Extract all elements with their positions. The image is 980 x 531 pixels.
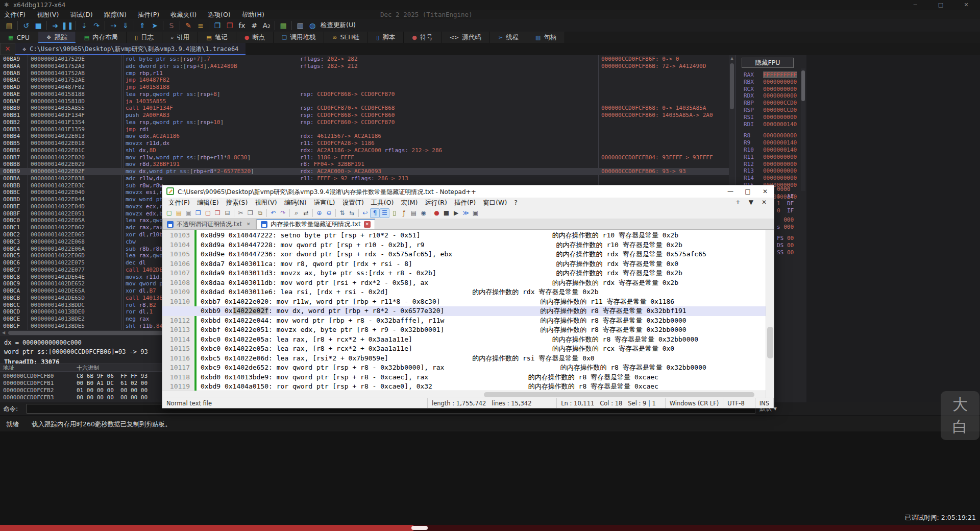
doc-map-icon[interactable]: ▯ bbox=[389, 208, 399, 218]
copy-icon[interactable]: ❐ bbox=[246, 208, 255, 218]
editor-line-10118[interactable]: 0xbd0 0x14013bde9: mov qword ptr [rsp + … bbox=[162, 373, 766, 382]
restart-icon[interactable]: ↺ bbox=[20, 20, 32, 31]
label-red-icon[interactable]: ❐ bbox=[224, 20, 236, 31]
zoom-out-icon[interactable]: ⊖ bbox=[324, 208, 334, 218]
menu-文件(F)[interactable]: 文件(F) bbox=[4, 10, 26, 19]
editor-line-10115[interactable]: 0xbc0 0x14022e05a: lea rax, [r8 + rcx*2 … bbox=[162, 344, 766, 354]
register-R14[interactable]: R140000000000 bbox=[744, 175, 797, 181]
editor-line-10119[interactable]: 0xbd9 0x1404a0150: ror qword ptr [rsp + … bbox=[162, 382, 766, 391]
register-R10[interactable]: R100000000140 bbox=[744, 147, 797, 153]
trace-row-00BAF[interactable]: 00BAF000000014015818Dja 14035A855 bbox=[0, 98, 735, 105]
npp-menu-extra-2[interactable]: ✕ bbox=[762, 198, 767, 207]
editor-line-10105[interactable]: 0x8d9e 0x140447236: xor dword ptr [rsp +… bbox=[162, 250, 766, 259]
npp-menu-?[interactable]: ? bbox=[514, 198, 518, 207]
tab-CPU[interactable]: ▦CPU bbox=[0, 32, 38, 43]
npp-tab-close-icon[interactable]: ✕ bbox=[245, 221, 252, 228]
npp-menu-extra-1[interactable]: ▼ bbox=[749, 198, 753, 207]
pause-icon[interactable]: ❚❚ bbox=[61, 20, 74, 31]
sync-h-icon[interactable]: ⇆ bbox=[347, 208, 357, 218]
cut-icon[interactable]: ✂ bbox=[236, 208, 246, 218]
find-icon[interactable]: ⌕ bbox=[291, 208, 301, 218]
editor-line-10104[interactable]: 0x8d9a 0x140447228: mov qword ptr [rsp +… bbox=[162, 240, 766, 250]
trace-row-00BB8[interactable]: 00BB8000000014022E029mov r8d,32BBF191 bbox=[0, 161, 735, 168]
registers-scrollbar[interactable] bbox=[801, 68, 805, 191]
register-R8[interactable]: R80000000000 bbox=[744, 132, 797, 139]
npp-menu-编码(N)[interactable]: 编码(N) bbox=[284, 198, 307, 207]
save-icon[interactable]: ▣ bbox=[184, 208, 193, 218]
zoom-in-icon[interactable]: ⊕ bbox=[314, 208, 324, 218]
register-RSI[interactable]: RSI0000000000 bbox=[744, 114, 797, 120]
animate-icon[interactable]: S bbox=[165, 20, 178, 31]
indent-guide-icon[interactable]: ☰ bbox=[380, 208, 389, 218]
npp-menu-搜索(S)[interactable]: 搜索(S) bbox=[226, 198, 248, 207]
stop-icon[interactable]: ■ bbox=[32, 20, 44, 31]
doc-switcher-icon[interactable]: ▤ bbox=[409, 208, 419, 218]
tab-线程[interactable]: ➢线程 bbox=[490, 32, 527, 43]
hide-fpu-button[interactable]: 隐藏FPU bbox=[742, 58, 794, 68]
function-list-icon[interactable]: ƒ bbox=[399, 208, 409, 218]
tab-引用[interactable]: ⌕引用 bbox=[162, 32, 198, 43]
tab-跟踪[interactable]: ❖跟踪 bbox=[38, 32, 76, 43]
update-globe-icon[interactable]: ◍ bbox=[306, 20, 318, 31]
trace-row-00BB3[interactable]: 00BB300000001401F1359jmp rdi bbox=[0, 126, 735, 133]
new-file-icon[interactable]: ▢ bbox=[164, 208, 174, 218]
macro-multi-run-icon[interactable]: ≫ bbox=[461, 208, 471, 218]
npp-menu-extra-0[interactable]: + bbox=[736, 198, 741, 207]
register-R9[interactable]: R90000000140 bbox=[744, 139, 797, 146]
step-over-icon[interactable]: ↷ bbox=[90, 20, 103, 31]
step-into-icon[interactable]: ⇣ bbox=[78, 20, 90, 31]
npp-menu-视图(V)[interactable]: 视图(V) bbox=[255, 198, 277, 207]
step-out-icon[interactable]: ⇑ bbox=[136, 20, 149, 31]
menu-跟踪(N)[interactable]: 跟踪(N) bbox=[104, 10, 127, 19]
menu-视图(V)[interactable]: 视图(V) bbox=[37, 10, 59, 19]
editor-line-10111[interactable]: 0xbb9 0x14022e02f: mov dx, word ptr [rbp… bbox=[162, 306, 766, 316]
editor-line-10103[interactable]: 0x8d99 0x140447222: setno byte ptr [rsp … bbox=[162, 231, 766, 240]
npp-tab-不透明谓词证明情况.txt[interactable]: 不透明谓词证明情况.txt✕ bbox=[162, 219, 256, 229]
npp-tab-内存操作数常量隐藏证明情况.txt[interactable]: 内存操作数常量隐藏证明情况.txt✕ bbox=[256, 219, 375, 229]
close-icon[interactable]: ▢ bbox=[203, 208, 213, 218]
menu-调试(D)[interactable]: 调试(D) bbox=[70, 10, 92, 19]
statusbar-encoding[interactable]: UTF-8 bbox=[723, 398, 755, 408]
open-icon[interactable]: ▤ bbox=[3, 20, 15, 31]
close-all-icon[interactable]: ❒ bbox=[213, 208, 223, 218]
trace-close-button[interactable]: ✕ bbox=[0, 43, 15, 55]
npp-menu-工具(O)[interactable]: 工具(O) bbox=[371, 198, 394, 207]
npp-menu-文件(F)[interactable]: 文件(F) bbox=[168, 198, 190, 207]
statusbar-eol-format[interactable]: Windows (CR LF) bbox=[666, 398, 724, 408]
tab-SEH链[interactable]: ∞SEH链 bbox=[324, 32, 368, 43]
tab-日志[interactable]: ▯日志 bbox=[127, 32, 162, 43]
menu-收藏夹(I)[interactable]: 收藏夹(I) bbox=[170, 10, 197, 19]
save-all-icon[interactable]: ❒ bbox=[193, 208, 203, 218]
label-blue-icon[interactable]: ❐ bbox=[211, 20, 224, 31]
editor-line-10112[interactable]: 0xbbd 0x14022e044: mov word ptr [rbp + r… bbox=[162, 316, 766, 326]
npp-menu-插件(P)[interactable]: 插件(P) bbox=[454, 198, 476, 207]
register-RDX[interactable]: RDX0000000000 bbox=[744, 92, 797, 99]
editor-line-10113[interactable]: 0xbbf 0x14022e051: movzx edx, byte ptr [… bbox=[162, 325, 766, 335]
function-icon[interactable]: fx bbox=[236, 20, 248, 31]
video-progress-handle[interactable] bbox=[411, 526, 428, 530]
register-RBX[interactable]: RBX0000000000 bbox=[744, 79, 797, 85]
maximize-button[interactable]: □ bbox=[929, 0, 952, 10]
menu-选项(O)[interactable]: 选项(O) bbox=[208, 10, 231, 19]
macro-play-icon[interactable]: ▶ bbox=[451, 208, 461, 218]
editor-line-10106[interactable]: 0x8da7 0x1403011ca: mov r8, qword ptr [r… bbox=[162, 259, 766, 269]
tab-符号[interactable]: ●符号 bbox=[404, 32, 442, 43]
register-R12[interactable]: R120000000000 bbox=[744, 161, 797, 167]
skip-icon[interactable]: ⇓ bbox=[119, 20, 132, 31]
video-progress-bar[interactable] bbox=[0, 525, 980, 531]
npp-menu-语言(L)[interactable]: 语言(L) bbox=[314, 198, 335, 207]
tab-源代码[interactable]: <>源代码 bbox=[442, 32, 490, 43]
minimize-button[interactable]: ─ bbox=[903, 0, 927, 10]
npp-menu-设置(T)[interactable]: 设置(T) bbox=[342, 198, 363, 207]
editor-line-10117[interactable]: 0xbc9 0x1402de652: mov qword ptr [rsp + … bbox=[162, 363, 766, 373]
keyboard-icon[interactable]: ▥ bbox=[294, 20, 306, 31]
run-to-icon[interactable]: ⇢ bbox=[107, 20, 119, 31]
trace-file-tab[interactable]: ❖ C:\Users\90965\Desktop\新vmp研究\刺杀vmp3.9… bbox=[15, 43, 246, 55]
trace-row-00BAB[interactable]: 00BAB00000001401752ABcmp rbp,r11 bbox=[0, 70, 735, 77]
editor-line-10108[interactable]: 0x8daa 0x1403011db: mov word ptr [rsi + … bbox=[162, 278, 766, 288]
notepad-vscrollbar[interactable] bbox=[766, 230, 774, 398]
hash-icon[interactable]: # bbox=[248, 20, 260, 31]
paste-icon[interactable]: ⧉ bbox=[255, 208, 265, 218]
assemble-icon[interactable]: A₂ bbox=[260, 20, 273, 31]
macro-stop-icon[interactable]: ■ bbox=[442, 208, 451, 218]
